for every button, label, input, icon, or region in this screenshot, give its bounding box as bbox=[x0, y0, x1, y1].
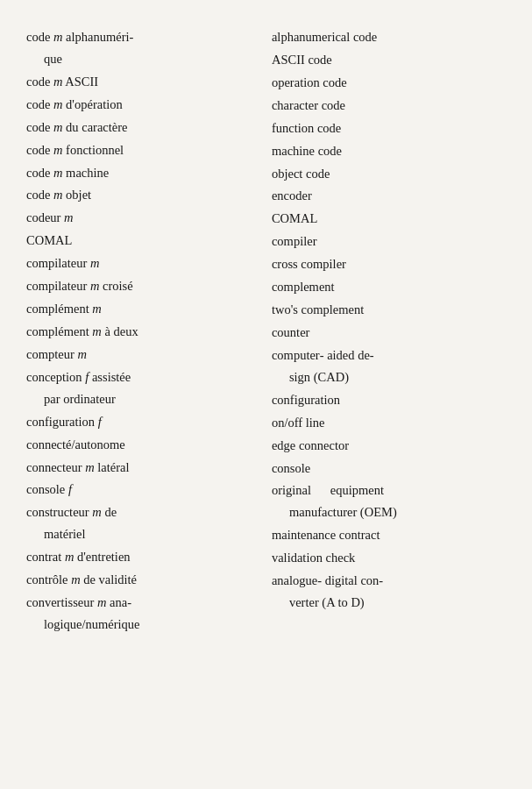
page: code m alphanuméri- que code m ASCII cod… bbox=[0, 0, 532, 789]
list-item: conception f assistée par ordinateur bbox=[26, 366, 254, 410]
list-item: code m machine bbox=[26, 162, 254, 184]
list-item: operation code bbox=[272, 72, 497, 94]
list-item: encoder bbox=[272, 185, 497, 207]
list-item: two's complement bbox=[272, 299, 497, 321]
list-item: connecteur m latéral bbox=[26, 457, 254, 479]
list-item: compiler bbox=[272, 231, 497, 252]
list-item: code m alphanuméri- que bbox=[26, 26, 254, 70]
list-item: analogue‑ digital con- verter (A to D) bbox=[272, 570, 497, 614]
list-item: edge connector bbox=[272, 435, 497, 457]
list-item: convertisseur m ana- logique/numérique bbox=[26, 592, 254, 636]
list-item: compteur m bbox=[26, 344, 254, 366]
list-item: code m du caractère bbox=[26, 117, 254, 139]
list-item: code m objet bbox=[26, 184, 254, 206]
list-item: codeur m bbox=[26, 207, 254, 229]
list-item: contrat m d'entretien bbox=[26, 546, 254, 568]
list-item: function code bbox=[272, 117, 497, 139]
list-item: alphanumerical code bbox=[272, 26, 497, 48]
list-item: compilateur m croisé bbox=[26, 275, 254, 297]
list-item: console bbox=[272, 458, 497, 480]
list-item: complement bbox=[272, 276, 497, 298]
list-item: code m d'opération bbox=[26, 94, 254, 116]
list-item: on/off line bbox=[272, 412, 497, 434]
list-item: maintenance contract bbox=[272, 524, 497, 546]
list-item: validation check bbox=[272, 547, 497, 569]
list-item: object code bbox=[272, 163, 497, 185]
list-item: constructeur m de matériel bbox=[26, 501, 254, 545]
list-item: ASCII code bbox=[272, 49, 497, 71]
list-item: original equipment manufacturer (OEM) bbox=[272, 480, 497, 523]
list-item: character code bbox=[272, 95, 497, 117]
list-item: machine code bbox=[272, 140, 497, 162]
list-item: cross compiler bbox=[272, 253, 497, 275]
list-item: code m fonctionnel bbox=[26, 139, 254, 161]
list-item: complément m bbox=[26, 298, 254, 320]
list-item: COMAL bbox=[272, 208, 497, 230]
list-item: configuration bbox=[272, 389, 497, 411]
list-item: code m ASCII bbox=[26, 71, 254, 93]
list-item: contrôle m de validité bbox=[26, 569, 254, 591]
right-column: alphanumerical code ASCII code operation… bbox=[263, 26, 497, 763]
list-item: compilateur m bbox=[26, 252, 254, 274]
list-item: computer‑ aided de- sign (CAD) bbox=[272, 345, 497, 388]
list-item: counter bbox=[272, 322, 497, 344]
left-column: code m alphanuméri- que code m ASCII cod… bbox=[26, 26, 263, 763]
list-item: configuration f bbox=[26, 411, 254, 433]
list-item: connecté/autonome bbox=[26, 434, 254, 456]
list-item: COMAL bbox=[26, 230, 254, 252]
list-item: complément m à deux bbox=[26, 321, 254, 343]
list-item: console f bbox=[26, 479, 254, 501]
